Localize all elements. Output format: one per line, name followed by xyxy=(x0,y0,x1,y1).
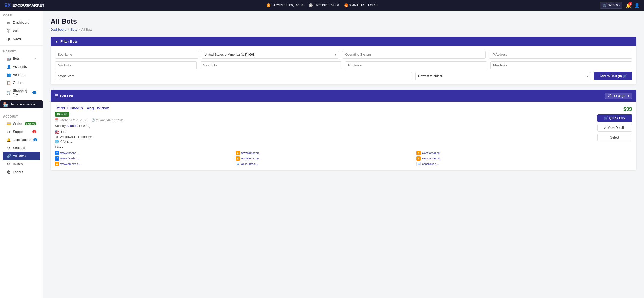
amazon-icon: a xyxy=(236,151,240,155)
link-item-google1[interactable]: G accounts.g... xyxy=(236,162,411,166)
affiliates-label: Affiliates xyxy=(13,154,26,158)
bot-price: $99 xyxy=(623,106,632,112)
max-links-input[interactable] xyxy=(200,61,342,69)
botlist-header-left: ☰ Bot List xyxy=(55,94,73,98)
bot-actions: $99 🛒 Quick Buy ⊙ View Details Select xyxy=(592,106,632,141)
sidebar-item-notifications[interactable]: 🔔 Notifications 0 xyxy=(3,136,40,144)
sort-select[interactable]: Newest to oldest xyxy=(415,72,591,80)
view-details-label: ⊙ View Details xyxy=(604,126,625,130)
sidebar-item-news[interactable]: 🗞 News xyxy=(3,35,40,43)
market-section-label: MARKET xyxy=(3,50,40,53)
filter-title: Filter Bots xyxy=(60,40,78,44)
quick-buy-button[interactable]: 🛒 Quick Buy xyxy=(597,114,632,122)
notifications-icon: 🔔 xyxy=(6,138,11,142)
os-input[interactable] xyxy=(342,51,486,59)
bot-country: US xyxy=(61,130,66,134)
become-vendor-button[interactable]: 🏪 Become a vendor xyxy=(0,100,43,108)
breadcrumb-bots[interactable]: Bots xyxy=(71,28,77,31)
filter-icon: ▼ xyxy=(55,40,58,44)
link-item-amazon5[interactable]: a www.amazon... xyxy=(55,162,230,166)
tag-input[interactable] xyxy=(55,72,412,80)
logo-text: EXODUSMARKET xyxy=(12,3,44,8)
filter-row-2 xyxy=(55,61,632,69)
link-item-amazon1[interactable]: a www.amazon... xyxy=(236,151,411,155)
new-label: NEW xyxy=(57,113,63,116)
wallet-button[interactable]: 🛒 $935.00 xyxy=(600,2,622,9)
orders-icon: 📋 xyxy=(6,81,11,85)
sidebar-item-accounts[interactable]: 👤 Accounts xyxy=(3,63,40,71)
bot-date-clock: 🕐 2024-10-02 19:11:01 xyxy=(91,118,124,122)
ltc-icon: Ł xyxy=(309,3,313,7)
date-calendar-value: 2024-10-02 21:25:36 xyxy=(60,119,87,122)
xmr-value: 141.14 xyxy=(368,3,378,7)
new-icon: ⓘ xyxy=(64,112,67,116)
logout-label: Logout xyxy=(13,170,23,174)
main-content: All Bots Dashboard › Bots › All Bots ▼ F… xyxy=(43,11,644,298)
ip-input[interactable] xyxy=(489,51,632,59)
link-item-google2[interactable]: G accounts.g... xyxy=(416,162,592,166)
min-links-input[interactable] xyxy=(55,61,197,69)
link-item-amazon2[interactable]: a www.amazon... xyxy=(416,151,592,155)
link-label: www.amazon... xyxy=(241,157,262,160)
support-badge: 0 xyxy=(32,130,36,133)
bots-label: Bots xyxy=(13,57,20,61)
sidebar-item-vendors[interactable]: 👥 Vendors xyxy=(3,71,40,79)
bot-name-input[interactable] xyxy=(55,51,198,59)
sidebar-item-affiliates[interactable]: 🔗 Affiliates xyxy=(3,152,40,160)
btc-price: ₿ BTC/USDT: 60,546.41 xyxy=(267,3,303,7)
filter-header: ▼ Filter Bots xyxy=(51,37,636,46)
btc-icon: ₿ xyxy=(267,3,270,7)
link-item-amazon3[interactable]: a www.amazon... xyxy=(236,156,411,161)
link-item-amazon4[interactable]: a www.amazon... xyxy=(416,156,592,161)
divider-2 xyxy=(0,111,43,111)
add-to-cart-label: Add to Cart (0) 🛒 xyxy=(599,74,627,78)
notification-button[interactable]: 🔔 6 xyxy=(626,3,631,8)
max-price-input[interactable] xyxy=(490,61,632,69)
divider-1 xyxy=(0,45,43,46)
invites-icon: ✉ xyxy=(6,162,11,166)
view-details-button[interactable]: ⊙ View Details xyxy=(597,124,632,132)
sidebar-item-wiki[interactable]: ⓘ Wiki xyxy=(3,27,40,35)
sidebar-item-logout[interactable]: ⏻ Logout xyxy=(3,168,40,176)
shopping-cart-label: Shopping Cart xyxy=(13,89,30,96)
invites-label: Invites xyxy=(13,162,23,166)
sort-select-wrap: Newest to oldest ▼ xyxy=(415,72,591,80)
botlist-header: ☰ Bot List 20 per page ▼ xyxy=(51,90,636,102)
link-item-fb2[interactable]: f www.facebo... xyxy=(55,156,230,161)
logout-icon: ⏻ xyxy=(6,170,11,174)
btc-label: BTC/USDT: xyxy=(271,3,288,7)
orders-label: Orders xyxy=(13,81,23,85)
sidebar-item-bots[interactable]: 🤖 Bots › xyxy=(3,55,40,63)
bot-item: _2131_Linkedin__ang...WINxM NEW ⓘ 📅 2024… xyxy=(51,102,636,170)
sidebar-item-settings[interactable]: ⚙ Settings xyxy=(3,144,40,152)
sidebar-item-wallet[interactable]: 💳 Wallet $935.00 xyxy=(3,120,40,128)
per-page-select[interactable]: 20 per page xyxy=(605,93,632,99)
seller-link[interactable]: Scarlet xyxy=(66,124,76,128)
sidebar-item-dashboard[interactable]: ⊞ Dashboard xyxy=(3,19,40,27)
seller-stats: (1 / 0 / 0) xyxy=(77,124,90,128)
min-price-input[interactable] xyxy=(345,61,487,69)
fb-icon: f xyxy=(55,156,59,161)
sidebar-item-support[interactable]: ⊙ Support 0 xyxy=(3,128,40,136)
sidebar-item-shopping-cart[interactable]: 🛒 Shopping Cart 1 xyxy=(3,87,40,98)
bot-ip: 47.42.... xyxy=(60,140,72,143)
affiliates-icon: 🔗 xyxy=(6,154,11,158)
sidebar-item-invites[interactable]: ✉ Invites xyxy=(3,160,40,168)
notifications-badge: 0 xyxy=(33,138,37,141)
bot-list-box: ☰ Bot List 20 per page ▼ _2131_Linkedin_… xyxy=(51,90,636,170)
bot-name-link[interactable]: _2131_Linkedin__ang...WINxM xyxy=(55,106,109,110)
logo-icon: EX xyxy=(4,3,11,8)
country-select[interactable]: United States of America (US) [663] xyxy=(202,51,339,59)
link-label: www.amazon... xyxy=(422,157,442,160)
wallet-badge: $935.00 xyxy=(25,122,36,125)
news-label: News xyxy=(13,37,21,41)
calendar-icon: 📅 xyxy=(55,118,59,122)
user-button[interactable]: 👤 xyxy=(634,3,640,8)
ip-icon: 🌐 xyxy=(55,140,59,143)
add-to-cart-button[interactable]: Add to Cart (0) 🛒 xyxy=(594,72,632,80)
sidebar-item-orders[interactable]: 📋 Orders xyxy=(3,79,40,87)
link-item-fb1[interactable]: f www.facebo... xyxy=(55,151,230,155)
select-button[interactable]: Select xyxy=(597,134,632,141)
country-select-wrap: United States of America (US) [663] ▼ xyxy=(202,51,339,59)
breadcrumb-dashboard[interactable]: Dashboard xyxy=(51,28,66,31)
